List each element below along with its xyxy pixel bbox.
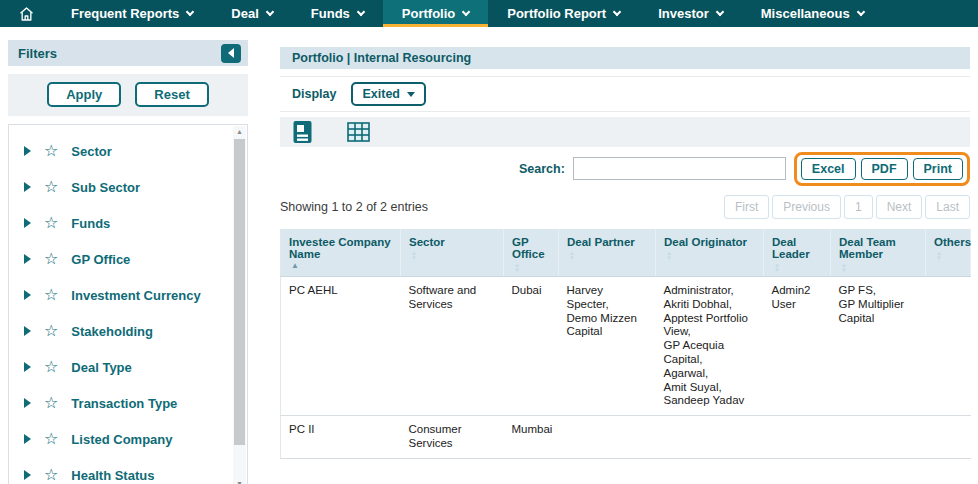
collapse-sidebar-button[interactable] [221, 44, 241, 63]
cell-others [926, 277, 971, 416]
nav-item-portfolio-report[interactable]: Portfolio Report [488, 0, 639, 27]
excel-button[interactable]: Excel [801, 158, 856, 180]
column-header-deal-partner[interactable]: Deal Partner▲▼ [559, 229, 656, 277]
expand-icon[interactable] [24, 182, 31, 192]
chevron-down-icon [357, 8, 365, 16]
sort-both-icon: ▲▼ [936, 251, 962, 261]
filters-header: Filters [8, 40, 248, 66]
sidebar-scrollbar[interactable]: ▲ ▼ [233, 126, 246, 484]
nav-item-deal[interactable]: Deal [212, 0, 291, 27]
home-icon [18, 6, 35, 22]
column-header-investee-company-name[interactable]: Investee Company Name▲ [281, 229, 401, 277]
investee-company-link[interactable]: PC II [281, 416, 401, 459]
expand-icon[interactable] [24, 398, 31, 408]
favorite-icon[interactable]: ☆ [44, 323, 58, 339]
favorite-icon[interactable]: ☆ [44, 179, 58, 195]
chevron-down-icon [186, 8, 194, 16]
sort-both-icon: ▲▼ [841, 263, 917, 273]
favorite-icon[interactable]: ☆ [44, 215, 58, 231]
expand-icon[interactable] [24, 470, 31, 480]
expand-icon[interactable] [24, 290, 31, 300]
favorite-icon[interactable]: ☆ [44, 431, 58, 447]
column-header-gp-office[interactable]: GP Office▲▼ [504, 229, 559, 277]
column-header-deal-originator[interactable]: Deal Originator▲▼ [656, 229, 764, 277]
filter-item-deal-type[interactable]: ☆Deal Type [9, 349, 247, 385]
favorite-icon[interactable]: ☆ [44, 287, 58, 303]
filter-item-funds[interactable]: ☆Funds [9, 205, 247, 241]
display-value: Exited [362, 87, 400, 101]
nav-label: Investor [658, 6, 709, 21]
scrollbar-thumb[interactable] [234, 139, 245, 445]
scroll-up-icon[interactable]: ▲ [233, 126, 246, 138]
filter-item-stakeholding[interactable]: ☆Stakeholding [9, 313, 247, 349]
nav-item-portfolio[interactable]: Portfolio [383, 0, 488, 27]
cell-gp-office: Dubai [504, 277, 559, 416]
dropdown-caret-icon [407, 92, 415, 97]
chevron-down-icon [716, 8, 724, 16]
display-label: Display [292, 87, 336, 101]
filter-actions: Apply Reset [8, 74, 248, 116]
cell-deal-partner [559, 416, 656, 459]
filter-item-listed-company[interactable]: ☆Listed Company [9, 421, 247, 457]
top-navigation-bar: Frequent Reports Deal Funds Portfolio Po… [0, 0, 978, 27]
sort-both-icon: ▲▼ [774, 263, 822, 273]
column-header-others[interactable]: Others▲▼ [926, 229, 971, 277]
column-header-deal-team-member[interactable]: Deal Team Member▲▼ [831, 229, 926, 277]
display-row: Display Exited [280, 76, 970, 112]
home-button[interactable] [0, 0, 52, 27]
nav-item-frequent-reports[interactable]: Frequent Reports [52, 0, 212, 27]
filter-item-gp-office[interactable]: ☆GP Office [9, 241, 247, 277]
investee-company-link[interactable]: PC AEHL [281, 277, 401, 416]
table-header-row: Investee Company Name▲ Sector▲▼ GP Offic… [281, 229, 971, 277]
scroll-down-icon[interactable]: ▼ [233, 478, 246, 484]
cell-others [926, 416, 971, 459]
expand-icon[interactable] [24, 146, 31, 156]
sort-both-icon: ▲▼ [666, 251, 755, 261]
filter-item-transaction-type[interactable]: ☆Transaction Type [9, 385, 247, 421]
sort-asc-icon: ▲ [291, 262, 392, 270]
column-header-deal-leader[interactable]: Deal Leader▲▼ [764, 229, 831, 277]
favorite-icon[interactable]: ☆ [44, 251, 58, 267]
nav-item-miscellaneous[interactable]: Miscellaneous [742, 0, 883, 27]
nav-item-funds[interactable]: Funds [292, 0, 383, 27]
favorite-icon[interactable]: ☆ [44, 467, 58, 483]
favorite-icon[interactable]: ☆ [44, 359, 58, 375]
expand-icon[interactable] [24, 218, 31, 228]
nav-item-investor[interactable]: Investor [639, 0, 742, 27]
pagination-first[interactable]: First [724, 195, 769, 219]
pagination-next[interactable]: Next [876, 195, 923, 219]
filter-item-health-status[interactable]: ☆Health Status [9, 457, 247, 484]
filter-item-sub-sector[interactable]: ☆Sub Sector [9, 169, 247, 205]
expand-icon[interactable] [24, 326, 31, 336]
pagination-page-1[interactable]: 1 [844, 195, 873, 219]
apply-button[interactable]: Apply [47, 82, 121, 107]
table-view-button[interactable] [347, 122, 370, 142]
cell-deal-originator [656, 416, 764, 459]
expand-icon[interactable] [24, 254, 31, 264]
pagination-last[interactable]: Last [925, 195, 970, 219]
sort-both-icon: ▲▼ [514, 263, 550, 273]
pagination-previous[interactable]: Previous [772, 195, 841, 219]
favorite-icon[interactable]: ☆ [44, 143, 58, 159]
cell-deal-team-member [831, 416, 926, 459]
pdf-button[interactable]: PDF [861, 158, 908, 180]
filters-title: Filters [18, 46, 57, 61]
nav-label: Deal [231, 6, 258, 21]
print-button[interactable]: Print [913, 158, 963, 180]
filter-item-investment-currency[interactable]: ☆Investment Currency [9, 277, 247, 313]
reset-button[interactable]: Reset [135, 82, 208, 107]
card-view-button[interactable] [293, 120, 312, 144]
display-dropdown[interactable]: Exited [351, 82, 426, 106]
filter-item-sector[interactable]: ☆Sector [9, 133, 247, 169]
cell-sector: Software and Services [401, 277, 504, 416]
expand-icon[interactable] [24, 362, 31, 372]
nav-label: Miscellaneous [761, 6, 850, 21]
column-header-sector[interactable]: Sector▲▼ [401, 229, 504, 277]
favorite-icon[interactable]: ☆ [44, 395, 58, 411]
sort-both-icon: ▲▼ [411, 251, 495, 261]
expand-icon[interactable] [24, 434, 31, 444]
search-input[interactable] [573, 157, 786, 180]
cell-gp-office: Mumbai [504, 416, 559, 459]
cell-deal-team-member: GP FS, GP Multiplier Capital [831, 277, 926, 416]
table-meta-row: Showing 1 to 2 of 2 entries First Previo… [280, 191, 970, 223]
